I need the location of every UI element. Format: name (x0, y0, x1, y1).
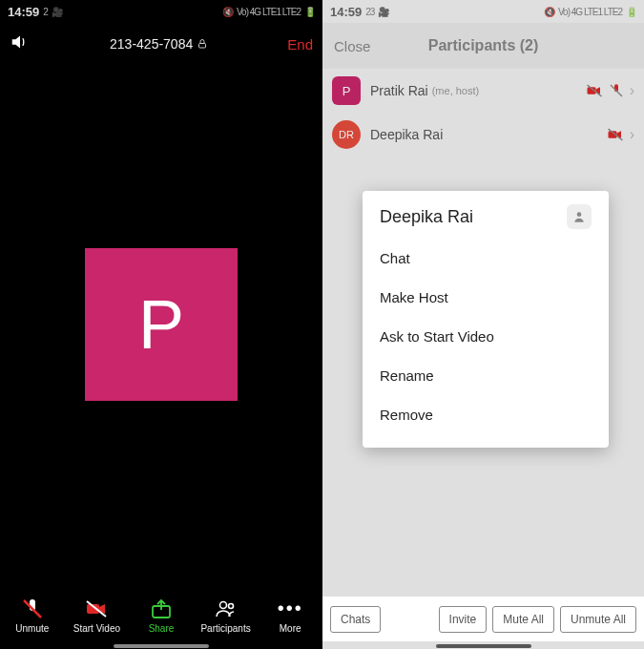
camera-indicator-icon: 🎥 (52, 7, 62, 17)
participants-label: Participants (200, 623, 250, 634)
action-make-host[interactable]: Make Host (380, 278, 592, 317)
participant-name: Pratik Rai (370, 83, 428, 98)
participants-screen: 14:59 23 🎥 🔇 Vo) 4G LTE1 LTE2 🔋 Close Pa… (322, 0, 644, 649)
speaker-icon[interactable] (10, 31, 31, 56)
action-rename[interactable]: Rename (380, 356, 592, 395)
start-video-button[interactable]: Start Video (66, 597, 127, 634)
status-bar: 14:59 2 🎥 🔇 Vo) 4G LTE1 LTE2 🔋 (0, 0, 322, 23)
participants-header: Close Participants (2) (322, 23, 644, 69)
participant-role: (me, host) (432, 85, 480, 96)
meeting-id: 213-425-7084 (110, 36, 193, 52)
mute-all-button[interactable]: Mute All (492, 606, 554, 633)
camera-off-icon (84, 597, 109, 621)
chats-button[interactable]: Chats (330, 606, 381, 633)
unmute-button[interactable]: Unmute (2, 597, 63, 634)
net-speed: 2 (43, 7, 48, 17)
camera-off-icon (607, 126, 624, 143)
sheet-title: Deepika Rai (380, 207, 473, 227)
share-icon (149, 597, 174, 621)
participants-list: P Pratik Rai (me, host) › DR Deepika Rai… (322, 69, 644, 157)
camera-indicator-icon: 🎥 (378, 7, 388, 17)
call-toolbar: Unmute Start Video Share (0, 588, 322, 641)
microphone-muted-icon (20, 597, 45, 621)
mute-indicator-icon: 🔇 (544, 7, 554, 17)
svg-point-5 (219, 601, 226, 608)
invite-button[interactable]: Invite (439, 606, 488, 633)
participant-row[interactable]: P Pratik Rai (me, host) › (322, 69, 644, 113)
home-indicator (114, 644, 209, 648)
call-screen: 14:59 2 🎥 🔇 Vo) 4G LTE1 LTE2 🔋 213-425-7… (0, 0, 322, 649)
network-label: Vo) 4G LTE1 LTE2 (558, 7, 622, 17)
share-button[interactable]: Share (131, 597, 192, 634)
net-speed: 23 (365, 7, 374, 17)
action-chat[interactable]: Chat (380, 239, 592, 278)
close-button[interactable]: Close (334, 38, 370, 54)
video-area: P (0, 67, 322, 582)
clock-time: 14:59 (330, 5, 362, 19)
more-icon: ••• (278, 597, 302, 621)
action-ask-start-video[interactable]: Ask to Start Video (380, 317, 592, 356)
more-label: More (280, 623, 301, 634)
clock-time: 14:59 (8, 5, 39, 19)
more-button[interactable]: ••• More (260, 597, 321, 634)
participants-button[interactable]: Participants (196, 597, 257, 634)
unmute-all-button[interactable]: Unmute All (560, 606, 636, 633)
home-indicator (436, 644, 531, 648)
network-label: Vo) 4G LTE1 LTE2 (237, 7, 301, 17)
svg-point-6 (228, 603, 233, 608)
chevron-right-icon: › (630, 126, 634, 143)
avatar-initial: P (138, 285, 184, 364)
participant-name: Deepika Rai (370, 127, 443, 142)
unmute-label: Unmute (15, 623, 49, 634)
call-header: 213-425-7084 End (0, 23, 322, 65)
svg-rect-0 (199, 44, 206, 49)
share-label: Share (149, 623, 175, 634)
mute-indicator-icon: 🔇 (222, 7, 233, 17)
participants-icon (214, 597, 239, 621)
person-icon (567, 204, 592, 229)
battery-icon: 🔋 (304, 7, 315, 17)
participant-row[interactable]: DR Deepika Rai › (322, 113, 644, 157)
lock-icon (197, 38, 208, 50)
svg-point-12 (577, 212, 582, 217)
page-title: Participants (2) (428, 37, 539, 54)
action-remove[interactable]: Remove (380, 395, 592, 434)
participants-bottom-bar: Chats Invite Mute All Unmute All (322, 596, 644, 641)
participant-action-sheet: Deepika Rai Chat Make Host Ask to Start … (363, 191, 609, 448)
camera-off-icon (586, 82, 603, 99)
avatar: P (332, 76, 361, 105)
end-button[interactable]: End (287, 36, 313, 52)
status-bar: 14:59 23 🎥 🔇 Vo) 4G LTE1 LTE2 🔋 (322, 0, 644, 23)
avatar: P (85, 248, 238, 401)
avatar: DR (332, 120, 361, 149)
battery-icon: 🔋 (626, 7, 636, 17)
microphone-muted-icon (609, 83, 624, 98)
chevron-right-icon: › (630, 82, 634, 99)
start-video-label: Start Video (73, 623, 120, 634)
